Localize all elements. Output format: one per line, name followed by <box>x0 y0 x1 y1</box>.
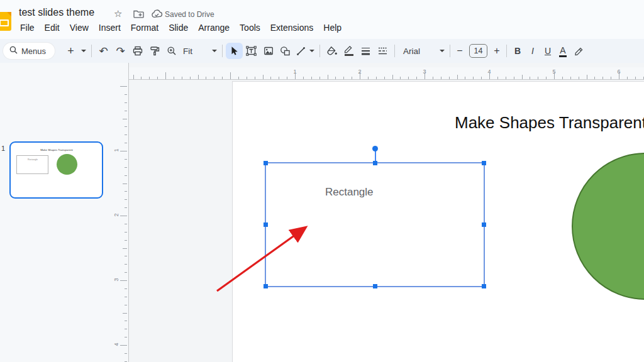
slide-number: 1 <box>1 145 5 152</box>
rectangle-shape[interactable]: Rectangle <box>265 162 485 287</box>
ruler-tick <box>611 77 611 79</box>
resize-handle-bottom-right[interactable] <box>482 284 486 288</box>
ruler-tick <box>123 184 127 184</box>
rotation-handle-stem <box>375 151 376 162</box>
resize-handle-middle-left[interactable] <box>264 222 268 227</box>
text-color-button[interactable]: A <box>555 45 570 57</box>
new-slide-button[interactable]: + <box>62 43 79 59</box>
resize-handle-top-right[interactable] <box>482 161 486 165</box>
fill-color-button[interactable] <box>323 43 340 59</box>
search-menus-button[interactable]: Menus <box>3 43 55 59</box>
font-family-select[interactable]: Arial <box>403 47 428 56</box>
new-slide-dropdown-icon[interactable] <box>81 50 86 52</box>
ruler-tick <box>120 280 127 281</box>
ruler-tick <box>538 77 538 79</box>
ruler-tick <box>125 353 127 354</box>
border-dash-button[interactable] <box>374 43 391 59</box>
toolbar: Menus + ↶ ↷ Fit <box>0 39 644 63</box>
ruler-tick <box>222 77 223 79</box>
ruler-tick <box>311 77 312 79</box>
ruler-tick <box>635 77 636 79</box>
menu-arrange[interactable]: Arrange <box>198 23 230 33</box>
border-weight-button[interactable] <box>357 43 374 59</box>
insert-shape-button[interactable] <box>277 43 294 59</box>
ruler-tick <box>522 75 523 79</box>
menu-insert[interactable]: Insert <box>99 23 121 33</box>
ruler-tick <box>335 77 336 79</box>
menu-file[interactable]: File <box>20 23 35 33</box>
rotation-handle[interactable] <box>372 146 378 151</box>
text-color-indicator: A <box>559 47 566 57</box>
cloud-saved-icon[interactable] <box>151 9 163 21</box>
resize-handle-middle-right[interactable] <box>482 222 486 227</box>
separator <box>91 45 92 57</box>
ruler-tick <box>594 77 595 79</box>
resize-handle-top-middle[interactable] <box>373 161 377 165</box>
ruler-tick <box>120 345 127 346</box>
ruler-tick <box>230 72 231 79</box>
underline-button[interactable]: U <box>540 46 555 56</box>
ruler-tick <box>270 77 271 79</box>
bold-button[interactable]: B <box>510 46 525 56</box>
border-color-button[interactable] <box>340 43 357 59</box>
paint-format-button[interactable] <box>146 43 163 59</box>
ruler-tick <box>587 75 587 79</box>
italic-button[interactable]: I <box>525 46 540 56</box>
star-icon[interactable]: ☆ <box>114 8 122 19</box>
zoom-dropdown-icon[interactable] <box>212 50 217 52</box>
ruler-tick <box>392 75 393 79</box>
slide-thumbnail[interactable]: Make Shapes Transparent Rectangle <box>9 141 103 199</box>
vruler-number: 4 <box>113 343 119 346</box>
select-tool-button[interactable] <box>226 43 243 59</box>
ruler-tick <box>319 77 320 79</box>
ruler-tick <box>627 77 628 79</box>
ruler-tick <box>125 337 127 337</box>
workspace: 1 2 3 4 5 6 Make Shapes Transparent Rect… <box>128 63 644 362</box>
document-title[interactable]: test slides theme <box>19 7 94 18</box>
resize-handle-bottom-left[interactable] <box>264 284 268 288</box>
search-icon <box>9 46 18 56</box>
saved-status[interactable]: Saved to Drive <box>165 10 214 19</box>
insert-line-button[interactable] <box>294 43 308 59</box>
menu-edit[interactable]: Edit <box>45 23 60 33</box>
menu-extensions[interactable]: Extensions <box>270 23 313 33</box>
ruler-tick <box>328 75 328 79</box>
resize-handle-bottom-middle[interactable] <box>373 284 377 288</box>
ruler-tick <box>125 321 127 321</box>
zoom-button[interactable] <box>163 43 180 59</box>
resize-handle-top-left[interactable] <box>264 161 268 165</box>
border-color-indicator <box>345 54 353 56</box>
menu-view[interactable]: View <box>70 23 89 33</box>
slides-app-icon[interactable] <box>0 12 11 31</box>
undo-button[interactable]: ↶ <box>95 43 112 59</box>
move-folder-icon[interactable] <box>133 9 144 21</box>
green-circle-shape[interactable] <box>572 153 644 300</box>
zoom-fit-label[interactable]: Fit <box>183 47 192 56</box>
font-family-dropdown-icon[interactable] <box>440 50 445 52</box>
ruler-tick <box>530 77 530 79</box>
line-dropdown-icon[interactable] <box>309 50 314 52</box>
menu-tools[interactable]: Tools <box>240 23 260 33</box>
ruler-tick <box>433 77 433 79</box>
ruler-tick <box>149 77 150 79</box>
text-box-tool-button[interactable] <box>243 43 260 59</box>
font-size-input[interactable]: 14 <box>469 44 487 58</box>
highlight-color-button[interactable] <box>570 43 587 59</box>
ruler-tick <box>473 77 474 79</box>
slide-title-text[interactable]: Make Shapes Transparent <box>455 113 644 133</box>
menu-slide[interactable]: Slide <box>169 23 188 33</box>
ruler-tick <box>214 77 214 79</box>
insert-image-button[interactable] <box>260 43 277 59</box>
decrease-font-size-button[interactable]: − <box>453 43 466 59</box>
redo-button[interactable]: ↷ <box>112 43 129 59</box>
menu-format[interactable]: Format <box>131 23 158 33</box>
print-button[interactable] <box>129 43 146 59</box>
ruler-tick <box>125 94 127 95</box>
increase-font-size-button[interactable]: + <box>491 43 503 59</box>
thumbnail-rectangle-label: Rectangle <box>28 158 38 161</box>
separator <box>319 45 320 57</box>
slide-canvas[interactable]: Make Shapes Transparent Rectangle <box>232 81 644 362</box>
menu-help[interactable]: Help <box>323 23 341 33</box>
ruler-tick <box>125 288 127 289</box>
ruler-tick <box>247 77 247 79</box>
